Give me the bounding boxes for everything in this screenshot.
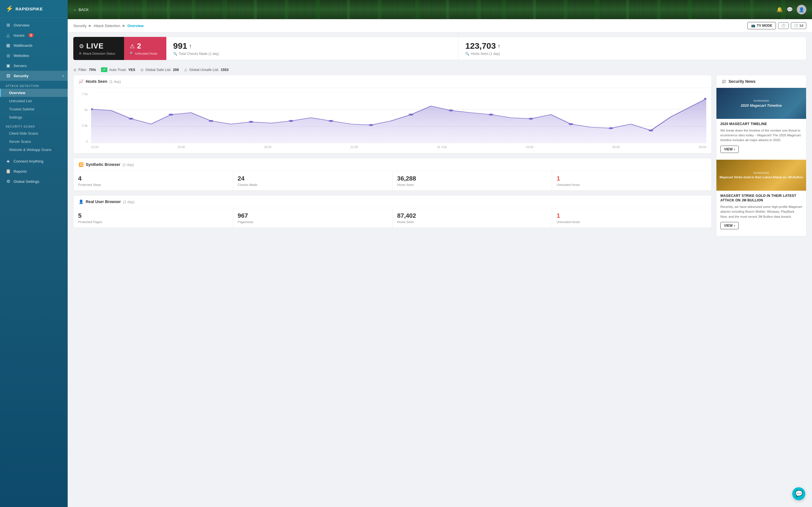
sidebar-item-wallboards[interactable]: ▦ Wallboards: [0, 40, 68, 50]
chart-container: 7.5k 5k 2.5k 0: [79, 93, 706, 149]
security-news-title: Security News: [728, 79, 756, 83]
protected-pages-label: Protected Pages: [78, 220, 229, 224]
sidebar-item-reports[interactable]: 📋 Reports: [0, 166, 68, 176]
chat-fab-button[interactable]: 💬: [792, 487, 805, 500]
safe-list-label: Global Safe List:: [146, 68, 171, 72]
sidebar-item-ss-webapp[interactable]: Website & Webapp Scans: [0, 146, 68, 154]
svg-point-36: [409, 114, 413, 115]
sidebar-item-label: Connect Anything: [13, 159, 43, 163]
y-label-0: 0: [79, 140, 88, 143]
sidebar-item-ad-overview[interactable]: Overview: [0, 89, 68, 97]
wallboards-icon: ▦: [6, 43, 11, 48]
hosts-seen-chart-card: 📈 Hosts Seen (1 day) 7.5k 5k 2.5k 0: [73, 75, 712, 154]
svg-rect-20: [688, 0, 692, 19]
sidebar-item-ad-settings[interactable]: Settings: [0, 113, 68, 121]
synth-untrusted-label: Untrusted Hosts: [557, 183, 707, 186]
sidebar-item-label: Reports: [13, 169, 27, 173]
total-checks-value: 991: [173, 41, 187, 51]
news-content-2: MAGECART STRIKE GOLD IN THEIR LATEST ATT…: [716, 191, 806, 232]
notification-bell-icon[interactable]: 🔔: [776, 6, 783, 13]
warning-icon-2: ⚠: [184, 68, 188, 72]
sidebar-item-issues[interactable]: △ Issues 3: [0, 30, 68, 40]
sidebar-item-ad-trusted[interactable]: Trusted Safelist: [0, 105, 68, 113]
chart-header: 📈 Hosts Seen (1 day): [73, 75, 711, 88]
view-article-1-button[interactable]: VIEW ›: [720, 146, 739, 153]
alert-count: 2: [137, 42, 141, 50]
svg-rect-5: [223, 0, 227, 19]
sidebar-item-websites[interactable]: ◎ Websites: [0, 50, 68, 61]
unsafe-list-value: 1553: [221, 68, 229, 72]
filter-value: 75%: [89, 68, 96, 72]
svg-rect-10: [378, 0, 382, 19]
sidebar-item-ss-client[interactable]: Client-Side Scans: [0, 129, 68, 137]
user-avatar[interactable]: 👤: [797, 5, 806, 14]
svg-point-29: [129, 118, 133, 120]
protected-steps-value: 4: [78, 175, 229, 182]
header-banner: ← BACK 🔔 💬 👤: [68, 0, 812, 19]
metric-protected-steps: 4 Protected Steps: [73, 171, 233, 190]
sidebar-item-connect[interactable]: ◈ Connect Anything: [0, 156, 68, 166]
real-user-header: 👤 Real User Browser (1 day): [73, 195, 711, 208]
real-user-title: Real User Browser: [86, 200, 121, 204]
rub-untrusted-value: 1: [557, 212, 707, 219]
live-label: LIVE: [86, 42, 104, 50]
tv-mode-button[interactable]: 📺 TV MODE: [748, 22, 776, 29]
metric-synth-untrusted: 1 Untrusted Hosts: [552, 171, 711, 190]
back-arrow-icon: ←: [73, 8, 77, 12]
servers-icon: ▣: [6, 63, 11, 68]
protected-pages-value: 5: [78, 212, 229, 219]
svg-rect-12: [446, 0, 449, 19]
news-image-1: RAPIDSPIKE 2020 Magecart Timeline: [716, 88, 806, 119]
news-title-1: 2020 MAGECART TIMELINE: [720, 122, 802, 126]
svg-point-39: [529, 118, 533, 120]
svg-rect-4: [192, 0, 195, 19]
chevron-right-icon-1: ›: [734, 147, 735, 151]
svg-rect-3: [167, 0, 170, 19]
breadcrumb-actions: 📺 TV MODE 🕐 🕐 1d: [748, 22, 806, 29]
unsafe-list-label: Global Unsafe List:: [189, 68, 219, 72]
metric-pageviews: 967 Pageviews: [233, 208, 393, 228]
chart-title: Hosts Seen: [86, 79, 107, 83]
metric-rub-untrusted: 1 Untrusted Hosts: [552, 208, 711, 228]
rub-untrusted-label: Untrusted Hosts: [557, 220, 707, 224]
global-settings-icon: ⚙: [6, 179, 11, 184]
alert-count-card: ⚠ 2 🔍 Untrusted Hosts: [124, 37, 166, 60]
view-label-1: VIEW: [724, 147, 733, 151]
checks-made-label: Checks Made: [238, 183, 388, 186]
logo-text: RAPIDSPIKE: [15, 6, 43, 11]
filter-percent-item: ⊘ Filter: 75%: [73, 68, 96, 72]
y-label-5k: 5k: [79, 108, 88, 112]
sidebar-item-ad-untrusted[interactable]: Untrusted List: [0, 97, 68, 105]
chart-body: 7.5k 5k 2.5k 0: [73, 88, 711, 153]
view-article-2-button[interactable]: VIEW ›: [720, 222, 739, 229]
sidebar-item-overview[interactable]: ⊞ Overview: [0, 20, 68, 30]
x-label-0900: 09:00: [699, 145, 706, 149]
news-article-2: RAPIDSPIKE Magecart Strike Gold in their…: [716, 160, 806, 236]
sidebar-item-ss-server[interactable]: Server Scans: [0, 137, 68, 146]
chart-xaxis: 12:00 15:00 18:00 21:00 10. Feb 03:00 06…: [91, 145, 706, 149]
chat-icon[interactable]: 💬: [786, 6, 793, 13]
sidebar-item-servers[interactable]: ▣ Servers: [0, 61, 68, 71]
sidebar-item-security[interactable]: ⊡ Security ◂: [0, 71, 68, 81]
back-button[interactable]: ← BACK: [73, 8, 89, 12]
breadcrumb-attack-detection[interactable]: Attack Detection: [94, 24, 120, 28]
banner-right-icons: 🔔 💬 👤: [776, 5, 806, 14]
live-sub-label: ⊛ Attack Detection Status: [79, 52, 118, 55]
svg-point-34: [329, 120, 333, 122]
auto-trust-label: Auto-Trust:: [109, 68, 126, 72]
connect-icon: ◈: [6, 159, 11, 164]
history-button[interactable]: 🕐: [778, 22, 789, 29]
svg-point-40: [569, 123, 573, 125]
sidebar-item-global-settings[interactable]: ⚙ Global Settings: [0, 176, 68, 186]
svg-rect-22: [750, 0, 754, 19]
logo-icon: ⚡: [6, 5, 13, 12]
news-img-gold: RAPIDSPIKE Magecart Strike Gold in their…: [716, 160, 806, 191]
sidebar-item-label: Servers: [13, 64, 27, 68]
time-range-button[interactable]: 🕐 1d: [791, 22, 806, 29]
svg-rect-16: [564, 0, 567, 19]
news-image-2: RAPIDSPIKE Magecart Strike Gold in their…: [716, 160, 806, 191]
breadcrumb-security[interactable]: Security: [73, 24, 87, 28]
metric-checks-made: 24 Checks Made: [233, 171, 393, 190]
svg-rect-8: [316, 0, 320, 19]
checkmark-icon: ✓: [101, 67, 107, 72]
